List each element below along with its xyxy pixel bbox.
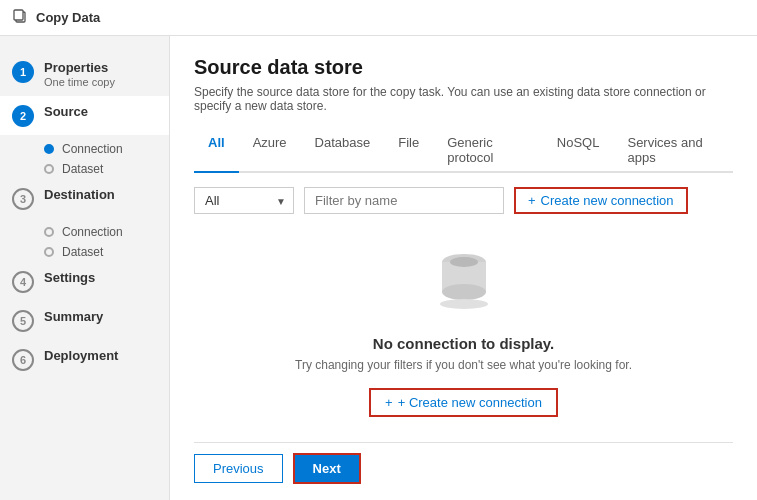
type-filter-select[interactable]: All Azure Database File (194, 187, 294, 214)
source-connection-dot (44, 144, 54, 154)
dest-connection-dot (44, 227, 54, 237)
sidebar-item-properties[interactable]: 1 Properties One time copy (0, 52, 169, 96)
step-circle-1: 1 (12, 61, 34, 83)
sidebar-item-settings[interactable]: 4 Settings (0, 262, 169, 301)
step-circle-5: 5 (12, 310, 34, 332)
source-sub-items: Connection Dataset (0, 135, 169, 179)
dest-dataset-item[interactable]: Dataset (44, 242, 169, 262)
create-btn-top-label: Create new connection (541, 193, 674, 208)
dest-dataset-dot (44, 247, 54, 257)
empty-title: No connection to display. (373, 335, 554, 352)
step-circle-4: 4 (12, 271, 34, 293)
filter-row: All Azure Database File ▼ + Create new c… (194, 187, 733, 214)
tab-services-apps[interactable]: Services and apps (613, 129, 733, 173)
sidebar-item-destination[interactable]: 3 Destination (0, 179, 169, 218)
sidebar-item-summary[interactable]: 5 Summary (0, 301, 169, 340)
titlebar-label: Copy Data (36, 10, 100, 25)
step-circle-6: 6 (12, 349, 34, 371)
source-connection-item[interactable]: Connection (44, 139, 169, 159)
tab-azure[interactable]: Azure (239, 129, 301, 173)
tab-generic-protocol[interactable]: Generic protocol (433, 129, 543, 173)
main-container: 1 Properties One time copy 2 Source Conn… (0, 36, 757, 500)
filter-select-wrap: All Azure Database File ▼ (194, 187, 294, 214)
content-area: Source data store Specify the source dat… (170, 36, 757, 500)
plus-icon-center: + (385, 395, 393, 410)
create-btn-center-label: + Create new connection (398, 395, 542, 410)
svg-point-4 (442, 284, 486, 300)
step-label-properties: Properties (44, 60, 115, 75)
step-label-settings: Settings (44, 270, 95, 285)
source-connection-label: Connection (62, 142, 123, 156)
empty-desc: Try changing your filters if you don't s… (295, 358, 632, 372)
create-connection-button-top[interactable]: + Create new connection (514, 187, 688, 214)
source-dataset-item[interactable]: Dataset (44, 159, 169, 179)
step-circle-2: 2 (12, 105, 34, 127)
sidebar-item-source[interactable]: 2 Source (0, 96, 169, 135)
source-dataset-dot (44, 164, 54, 174)
tab-database[interactable]: Database (301, 129, 385, 173)
step-label-source: Source (44, 104, 88, 119)
step-circle-3: 3 (12, 188, 34, 210)
page-description: Specify the source data store for the co… (194, 85, 733, 113)
previous-button[interactable]: Previous (194, 454, 283, 483)
tab-nosql[interactable]: NoSQL (543, 129, 614, 173)
bottom-bar: Previous Next (194, 442, 733, 484)
svg-point-5 (450, 257, 478, 267)
db-icon-wrap (424, 236, 504, 319)
titlebar: Copy Data (0, 0, 757, 36)
empty-state: No connection to display. Try changing y… (194, 230, 733, 442)
step-label-summary: Summary (44, 309, 103, 324)
sidebar: 1 Properties One time copy 2 Source Conn… (0, 36, 170, 500)
source-dataset-label: Dataset (62, 162, 103, 176)
step-label-deployment: Deployment (44, 348, 118, 363)
plus-icon-top: + (528, 193, 536, 208)
step-sublabel-properties: One time copy (44, 76, 115, 88)
database-icon (424, 236, 504, 316)
page-title: Source data store (194, 56, 733, 79)
tab-all[interactable]: All (194, 129, 239, 173)
svg-rect-1 (14, 10, 23, 20)
svg-point-6 (440, 299, 488, 309)
create-connection-button-center[interactable]: + + Create new connection (369, 388, 558, 417)
step-label-destination: Destination (44, 187, 115, 202)
copy-icon (12, 8, 28, 27)
sidebar-item-deployment[interactable]: 6 Deployment (0, 340, 169, 379)
tab-file[interactable]: File (384, 129, 433, 173)
search-input[interactable] (304, 187, 504, 214)
dest-dataset-label: Dataset (62, 245, 103, 259)
next-button[interactable]: Next (293, 453, 361, 484)
tabs-bar: All Azure Database File Generic protocol… (194, 129, 733, 173)
dest-connection-item[interactable]: Connection (44, 222, 169, 242)
dest-connection-label: Connection (62, 225, 123, 239)
destination-sub-items: Connection Dataset (0, 218, 169, 262)
